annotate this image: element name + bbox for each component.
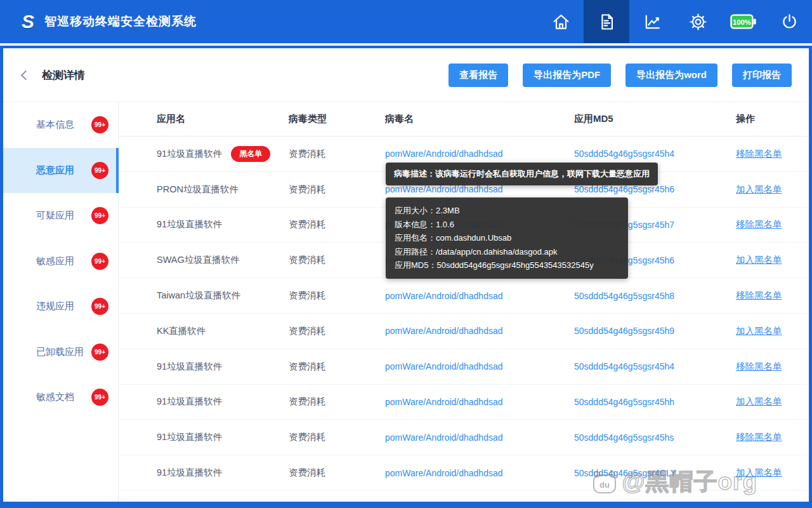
- blacklist-action-link[interactable]: 移除黑名单: [736, 431, 782, 443]
- category-sidebar: 基本信息 99+ 恶意应用 99+ 可疑应用 99+ 敏感应用 99+ 违规应用…: [3, 102, 119, 502]
- virus-type: 资费消耗: [289, 361, 385, 373]
- sidebar-item-uninstalled-apps[interactable]: 已卸载应用 99+: [3, 330, 118, 375]
- col-app-name: 应用名: [157, 113, 289, 125]
- table-row: KK直播软件 资费消耗 pomWare/Android/dhadhdsad 50…: [119, 314, 809, 349]
- sidebar-item-suspicious-apps[interactable]: 可疑应用 99+: [3, 193, 118, 239]
- sidebar-item-sensitive-docs[interactable]: 敏感文档 99+: [3, 375, 118, 420]
- md5-link[interactable]: 50sddd54g46g5sgsr45h9: [574, 326, 674, 336]
- virus-type: 资费消耗: [289, 184, 385, 196]
- app-size-line: 应用大小：2.3MB: [395, 204, 619, 218]
- col-operation: 操作: [736, 113, 809, 125]
- page-title: 检测详情: [42, 68, 85, 83]
- sidebar-item-malicious-apps[interactable]: 恶意应用 99+: [3, 148, 118, 194]
- report-document-icon[interactable]: [584, 0, 629, 43]
- blacklist-action-link[interactable]: 加入黑名单: [736, 325, 782, 337]
- blacklist-action-link[interactable]: 移除黑名单: [736, 218, 782, 231]
- app-path-line: 应用路径：/data/app/cn.dahisha/dasgod.apk: [395, 245, 619, 259]
- table-row: 91垃圾直播软件 资费消耗 pomWare/Android/dhadhdsad …: [119, 349, 809, 385]
- app-name: 91垃圾直播软件: [157, 396, 222, 408]
- count-badge: 99+: [91, 389, 108, 406]
- settings-gear-icon[interactable]: [675, 0, 721, 43]
- app-package-line: 应用包名：com.dashdun.Ubsab: [395, 231, 619, 245]
- blacklist-action-link[interactable]: 移除黑名单: [736, 361, 782, 373]
- blacklist-action-link[interactable]: 移除黑名单: [736, 290, 782, 302]
- blacklist-action-link[interactable]: 加入黑名单: [736, 396, 782, 408]
- app-name: 91垃圾直播软件: [157, 467, 222, 479]
- app-name: PRON垃圾直播软件: [157, 184, 239, 196]
- count-badge: 99+: [91, 344, 108, 361]
- export-pdf-button[interactable]: 导出报告为PDF: [523, 64, 611, 87]
- brand: S 智巡移动终端安全检测系统: [0, 11, 197, 32]
- app-version-line: 版本信息：1.0.6: [395, 218, 619, 232]
- sidebar-item-label: 可疑应用: [36, 210, 74, 222]
- blacklist-action-link[interactable]: 移除黑名单: [736, 148, 782, 160]
- blacklist-action-link[interactable]: 加入黑名单: [736, 184, 782, 196]
- app-title: 智巡移动终端安全检测系统: [44, 13, 197, 30]
- app-name: SWAG垃圾直播软件: [157, 254, 240, 266]
- app-name: Taiwan垃圾直播软件: [157, 290, 240, 302]
- blacklist-action-link[interactable]: 加入黑名单: [736, 254, 782, 266]
- col-virus-name: 病毒名: [385, 113, 574, 125]
- table-row: Taiwan垃圾直播软件 资费消耗 pomWare/Android/dhadhd…: [119, 278, 809, 314]
- back-icon[interactable]: [21, 70, 31, 80]
- power-icon[interactable]: [766, 0, 812, 43]
- count-badge: 99+: [91, 253, 108, 270]
- virus-name-link[interactable]: pomWare/Android/dhadhdsad: [385, 468, 503, 478]
- table-row: 91垃圾直播软件 资费消耗 pomWare/Android/dhadhdsad …: [119, 455, 809, 491]
- sidebar-item-basic-info[interactable]: 基本信息 99+: [3, 102, 118, 148]
- md5-link[interactable]: 50sddd54g46g5sgsr45h4: [574, 361, 674, 371]
- md5-link[interactable]: 50sddd54g46g5sgsr45hh: [574, 397, 674, 407]
- virus-type: 资费消耗: [289, 467, 385, 479]
- col-virus-type: 病毒类型: [289, 113, 385, 125]
- sidebar-item-label: 违规应用: [36, 300, 74, 312]
- app-md5-line: 应用MD5：50sddd54g46g5sgsr45hg5543543532545…: [395, 258, 619, 272]
- virus-name-link[interactable]: pomWare/Android/dhadhdsad: [385, 326, 503, 336]
- count-badge: 99+: [91, 207, 108, 224]
- sidebar-item-label: 敏感应用: [36, 255, 74, 267]
- count-badge: 99+: [91, 298, 108, 315]
- count-badge: 99+: [91, 162, 108, 179]
- virus-type: 资费消耗: [289, 290, 385, 302]
- report-buttons: 查看报告 导出报告为PDF 导出报告为word 打印报告: [449, 64, 792, 87]
- virus-name-link[interactable]: pomWare/Android/dhadhdsad: [385, 149, 503, 159]
- virus-name-link[interactable]: pomWare/Android/dhadhdsad: [385, 184, 503, 194]
- battery-icon[interactable]: 100%: [721, 0, 766, 43]
- table-row: 91垃圾直播软件 资费消耗 pomWare/Android/dhadhdsad …: [119, 385, 809, 420]
- virus-type: 资费消耗: [289, 148, 385, 160]
- top-icon-menu: 100%: [538, 0, 812, 43]
- virus-name-link[interactable]: pomWare/Android/dhadhdsad: [385, 397, 503, 407]
- virus-description-tooltip: 病毒描述：该病毒运行时会私自获取用户信息，联网下载大量恶意应用: [386, 163, 658, 185]
- virus-type: 资费消耗: [289, 218, 385, 231]
- content-area: 基本信息 99+ 恶意应用 99+ 可疑应用 99+ 敏感应用 99+ 违规应用…: [3, 102, 809, 502]
- md5-link[interactable]: 50sddd54g46g5sgsr45h8: [574, 291, 674, 301]
- virus-name-link[interactable]: pomWare/Android/dhadhdsad: [385, 432, 503, 443]
- export-word-button[interactable]: 导出报告为word: [625, 64, 717, 87]
- blacklist-action-link[interactable]: 加入黑名单: [736, 467, 782, 479]
- md5-link[interactable]: 50sddd54g46g5sgsr4CLY: [574, 468, 676, 478]
- col-app-md5: 应用MD5: [574, 113, 736, 125]
- app-name: 91垃圾直播软件: [157, 361, 222, 373]
- md5-link[interactable]: 50sddd54g46g5sgsr45hs: [574, 432, 674, 443]
- sidebar-item-violation-apps[interactable]: 违规应用 99+: [3, 284, 118, 330]
- table-header-row: 应用名 病毒类型 病毒名 应用MD5 操作: [119, 102, 809, 137]
- md5-link[interactable]: 50sddd54g46g5sgsr45h4: [574, 149, 674, 159]
- print-report-button[interactable]: 打印报告: [732, 64, 792, 87]
- blacklist-badge: 黑名单: [231, 146, 270, 162]
- app-name: 91垃圾直播软件: [157, 148, 222, 160]
- battery-label: 100%: [733, 18, 751, 26]
- virus-type: 资费消耗: [289, 325, 385, 337]
- virus-name-link[interactable]: pomWare/Android/dhadhdsad: [385, 291, 503, 301]
- sidebar-item-label: 恶意应用: [36, 164, 74, 177]
- virus-type: 资费消耗: [289, 254, 385, 266]
- sidebar-item-sensitive-apps[interactable]: 敏感应用 99+: [3, 239, 118, 284]
- sidebar-item-label: 已卸载应用: [36, 346, 84, 358]
- virus-type: 资费消耗: [289, 396, 385, 408]
- virus-name-link[interactable]: pomWare/Android/dhadhdsad: [385, 361, 503, 371]
- app-name: KK直播软件: [157, 325, 206, 337]
- view-report-button[interactable]: 查看报告: [449, 64, 508, 87]
- virus-type: 资费消耗: [289, 431, 385, 443]
- statistics-chart-icon[interactable]: [629, 0, 675, 43]
- home-icon[interactable]: [538, 0, 584, 43]
- md5-link[interactable]: 50sddd54g46g5sgsr45h6: [574, 184, 674, 194]
- top-navigation-bar: S 智巡移动终端安全检测系统: [0, 0, 812, 46]
